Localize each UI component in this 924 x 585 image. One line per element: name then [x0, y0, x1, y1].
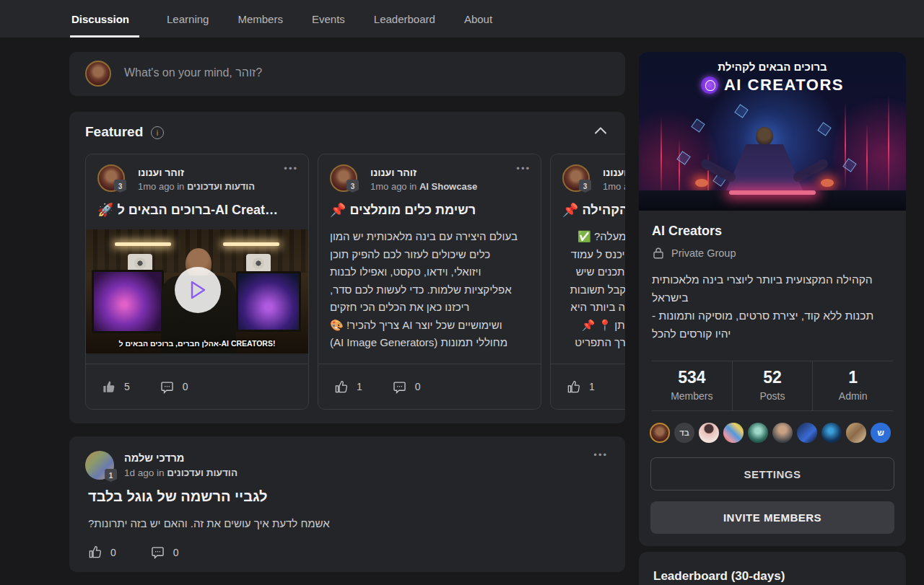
- tab-about[interactable]: About: [463, 0, 494, 38]
- space-link[interactable]: AI Showcase: [419, 181, 477, 192]
- member-avatar[interactable]: [797, 423, 817, 443]
- member-avatar[interactable]: [650, 423, 670, 443]
- comment-count: 0: [173, 547, 179, 558]
- level-badge: 3: [346, 180, 359, 193]
- post-composer[interactable]: What's on your mind, זוהר?: [69, 52, 625, 96]
- more-menu-icon[interactable]: •••: [284, 163, 298, 174]
- comment-icon[interactable]: [151, 545, 165, 559]
- stat-members[interactable]: 534 Members: [652, 361, 732, 410]
- featured-card[interactable]: 3 זוהר וענונו 1mo ago in 📌 חוקי הקהילה ל…: [550, 154, 625, 410]
- comment-icon[interactable]: [160, 380, 174, 394]
- featured-cards-row: 3 זוהר וענונו 1mo ago in הודעות ועדכונים…: [85, 154, 625, 410]
- member-avatar[interactable]: [748, 423, 768, 443]
- author-name[interactable]: זוהר וענונו: [138, 167, 184, 178]
- featured-post-title[interactable]: 📌 חוקי הקהילה: [562, 202, 625, 218]
- composer-placeholder: What's on your mind, זוהר?: [124, 66, 262, 79]
- light-bar: [115, 242, 171, 246]
- featured-post-title[interactable]: 🚀 ברוכים הבאים ל-AI Creat…: [97, 202, 297, 218]
- comment-icon[interactable]: [393, 380, 406, 394]
- group-banner: ברוכים הבאים לקהילת AI CREATORS: [639, 52, 906, 211]
- author-name[interactable]: זוהר וענונו: [370, 167, 417, 178]
- post-card[interactable]: 1 מרדכי שלמה 1d ago in הודעות ועדכונים •…: [69, 436, 625, 572]
- timestamp: 1mo ago in: [138, 181, 184, 192]
- featured-card[interactable]: 3 זוהר וענונו 1mo ago in הודעות ועדכונים…: [85, 154, 309, 410]
- post-title[interactable]: לגביי הרשמה של גוגל בלבד: [88, 488, 268, 505]
- like-count: 1: [589, 381, 595, 392]
- avatar: 3: [562, 164, 590, 192]
- like-icon[interactable]: [88, 545, 102, 559]
- level-badge: 3: [579, 180, 591, 193]
- more-menu-icon[interactable]: •••: [516, 163, 531, 174]
- like-icon[interactable]: [567, 380, 580, 394]
- lock-icon: [652, 247, 665, 260]
- member-avatar[interactable]: ש: [871, 423, 891, 443]
- post-meta: 1mo ago in AI Showcase: [370, 181, 477, 192]
- space-link[interactable]: הודעות ועדכונים: [187, 181, 255, 192]
- light-streak: [888, 95, 889, 196]
- monitor-left: [92, 270, 164, 333]
- post-body: אשמח לדעת איך עושים את זה. והאם יש בזה י…: [88, 517, 330, 529]
- tab-leaderboard[interactable]: Leaderboard: [372, 0, 437, 38]
- timestamp: 1mo ago in: [370, 181, 417, 192]
- featured-post-title[interactable]: 📌 רשימת כלים מומלצים: [330, 202, 529, 218]
- member-avatar[interactable]: [699, 423, 719, 443]
- figure-hand: [821, 179, 834, 187]
- top-navigation: Discussion Learning Members Events Leade…: [0, 0, 924, 38]
- tab-events[interactable]: Events: [310, 0, 346, 38]
- brain-logo-icon: [701, 76, 718, 94]
- level-badge: 3: [114, 180, 126, 193]
- light-streak: [845, 102, 846, 189]
- monitor-right: [236, 271, 301, 332]
- post-meta: 1d ago in הודעות ועדכונים: [124, 467, 237, 478]
- leaderboard-title: Leaderboard (30-days): [653, 569, 785, 584]
- featured-card[interactable]: 3 זוהר וענונו 1mo ago in AI Showcase •••…: [318, 154, 541, 410]
- video-thumbnail[interactable]: אהלן חברים, ברוכים הבאים ל-AI CREATORS!: [86, 229, 308, 353]
- author-name[interactable]: זוהר וענונו: [603, 167, 625, 178]
- figure-head: [756, 127, 773, 146]
- timestamp: 1d ago in: [124, 467, 165, 478]
- tab-members[interactable]: Members: [236, 0, 284, 38]
- comment-count: 0: [183, 381, 188, 392]
- tab-learning[interactable]: Learning: [165, 0, 210, 38]
- stat-label: Posts: [733, 390, 813, 402]
- avatar: [85, 61, 111, 87]
- member-avatar[interactable]: [772, 423, 793, 443]
- comment-count: 0: [415, 381, 421, 392]
- light-bar: [223, 242, 279, 246]
- like-icon[interactable]: [102, 380, 116, 394]
- collapse-chevron-icon[interactable]: [595, 127, 606, 134]
- level-badge: 1: [105, 469, 117, 482]
- featured-header: Featured i: [69, 112, 625, 154]
- member-avatar[interactable]: [846, 423, 866, 443]
- member-avatars: בד ש: [650, 423, 891, 443]
- member-avatar[interactable]: בד: [674, 423, 694, 443]
- info-icon[interactable]: i: [151, 126, 164, 139]
- space-link[interactable]: הודעות ועדכונים: [167, 467, 237, 478]
- like-icon[interactable]: [334, 380, 348, 394]
- play-button[interactable]: [175, 267, 221, 313]
- author-name[interactable]: מרדכי שלמה: [124, 452, 184, 464]
- group-name: AI Creators: [652, 224, 722, 239]
- stat-admins[interactable]: 1 Admin: [812, 361, 893, 410]
- stat-value: 1: [813, 368, 893, 387]
- invite-members-button[interactable]: INVITE MEMBERS: [650, 501, 894, 534]
- tab-discussion[interactable]: Discussion: [70, 0, 139, 38]
- like-count: 0: [110, 547, 116, 558]
- featured-post-body: בעולם היצירה עם בינה מלאכותית יש המון כל…: [330, 228, 531, 352]
- nav-tabs: Discussion Learning Members Events Leade…: [70, 0, 924, 38]
- member-avatar[interactable]: [723, 423, 744, 443]
- light-streak: [661, 117, 662, 196]
- avatar: 1: [85, 451, 114, 480]
- leaderboard-card: Leaderboard (30-days): [639, 552, 906, 585]
- stat-label: Members: [652, 390, 732, 402]
- banner-brand-text: AI CREATORS: [724, 76, 844, 94]
- stat-label: Admin: [813, 390, 893, 402]
- banner-welcome-text: ברוכים הבאים לקהילת: [639, 61, 906, 73]
- avatar: 3: [97, 164, 125, 192]
- member-avatar[interactable]: [821, 423, 842, 443]
- group-privacy: Private Group: [652, 247, 736, 260]
- stat-posts[interactable]: 52 Posts: [732, 361, 813, 410]
- group-info-card: ברוכים הבאים לקהילת AI CREATORS AI Creat…: [639, 52, 906, 546]
- more-menu-icon[interactable]: •••: [593, 449, 608, 460]
- settings-button[interactable]: SETTINGS: [650, 457, 894, 491]
